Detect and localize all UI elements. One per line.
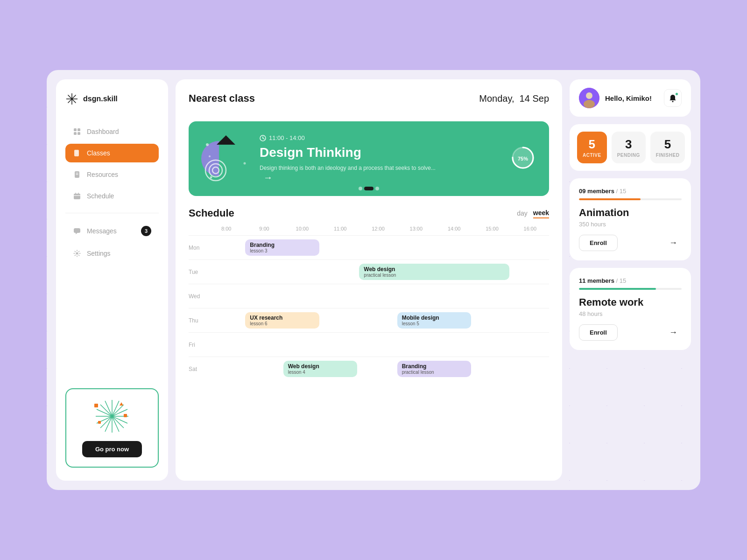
sidebar-item-settings[interactable]: Settings <box>65 244 159 263</box>
animation-enroll-button[interactable]: Enroll <box>579 235 618 251</box>
day-thu: Thu <box>189 317 207 324</box>
event-mobile-thu[interactable]: Mobile design lesson 5 <box>397 312 472 329</box>
course-card-animation: 09 members / 15 Animation 350 hours Enro… <box>570 178 691 260</box>
svg-marker-43 <box>217 135 235 145</box>
animation-arrow-icon[interactable]: → <box>665 234 682 251</box>
user-info: Hello, Kimiko! <box>579 88 652 108</box>
class-arrow-icon[interactable]: → <box>263 172 273 182</box>
event-branding-mon[interactable]: Branding lesson 3 <box>245 239 319 256</box>
nearest-class-title: Nearest class <box>189 92 255 105</box>
progress-label: 75% <box>510 145 536 173</box>
svg-point-45 <box>244 162 246 165</box>
week-view-btn[interactable]: week <box>533 208 549 218</box>
event-webdesign-tue[interactable]: Web design practical lesson <box>359 264 509 280</box>
svg-point-46 <box>209 155 211 157</box>
stat-finished-num: 5 <box>664 137 671 152</box>
svg-point-44 <box>206 143 209 146</box>
row-mon: Mon Branding lesson 3 <box>189 235 549 259</box>
time-11: 11:00 <box>321 226 359 231</box>
logo-icon <box>65 92 78 105</box>
animation-progress-fill <box>579 198 641 200</box>
sidebar-item-classes[interactable]: Classes <box>65 144 159 162</box>
clock-icon <box>260 135 266 141</box>
dot-1 <box>359 187 362 190</box>
class-card-art <box>198 128 249 189</box>
class-time: 11:00 - 14:00 <box>260 134 534 141</box>
svg-rect-23 <box>74 228 80 233</box>
progress-circle: 75% <box>510 145 536 173</box>
stats-row: 5 ACTIVE 3 PENDING 5 FINISHED <box>570 124 691 171</box>
event-ux-thu[interactable]: UX research lesson 6 <box>245 312 319 329</box>
class-time-label: 11:00 - 14:00 <box>269 134 305 141</box>
svg-line-8 <box>68 99 72 103</box>
stat-finished: 5 FINISHED <box>650 132 685 163</box>
chat-icon <box>73 227 81 235</box>
time-12: 12:00 <box>359 226 397 231</box>
class-description: Design thinking is both an ideology and … <box>260 164 534 172</box>
time-10: 10:00 <box>283 226 321 231</box>
remote-course-name: Remote work <box>579 296 682 308</box>
svg-rect-10 <box>78 128 80 131</box>
event-mobile-name: Mobile design <box>402 315 467 321</box>
svg-marker-37 <box>120 402 123 406</box>
secondary-nav: Messages 3 Settings <box>65 221 159 263</box>
stat-pending-label: PENDING <box>617 153 640 158</box>
remote-arrow-icon[interactable]: → <box>665 324 682 341</box>
dot-2 <box>364 187 374 190</box>
day-wed: Wed <box>189 293 207 300</box>
schedule-grid: Mon Branding lesson 3 Tue Web design <box>189 235 549 381</box>
day-sat: Sat <box>189 366 207 372</box>
sidebar: dsgn.skill Dashboard <box>56 79 168 481</box>
svg-point-54 <box>586 92 592 99</box>
svg-point-55 <box>584 100 595 108</box>
view-toggle: day week <box>517 208 549 218</box>
sidebar-item-messages[interactable]: Messages 3 <box>65 221 159 241</box>
animation-hours: 350 hours <box>579 221 682 228</box>
go-pro-button[interactable]: Go pro now <box>82 441 142 457</box>
day-fri: Fri <box>189 342 207 348</box>
event-branding-sub: lesson 3 <box>250 248 315 253</box>
sidebar-item-dashboard-label: Dashboard <box>87 128 119 135</box>
event-branding-sat[interactable]: Branding practical lesson <box>397 361 472 377</box>
avatar <box>579 88 599 108</box>
class-date: Monday, 14 Sep <box>479 93 549 104</box>
sidebar-item-resources-label: Resources <box>87 171 118 178</box>
sat-cells: Web design lesson 4 Branding practical l… <box>207 357 549 381</box>
nav-divider <box>65 213 159 213</box>
remote-enroll-button[interactable]: Enroll <box>579 324 618 341</box>
calendar-icon <box>73 192 81 200</box>
event-webdesign2-sub: lesson 4 <box>288 370 353 375</box>
svg-line-50 <box>263 138 264 139</box>
event-branding2-name: Branding <box>402 363 467 370</box>
event-webdesign-sat[interactable]: Web design lesson 4 <box>283 361 358 377</box>
remote-hours: 48 hours <box>579 310 682 317</box>
stat-pending: 3 PENDING <box>612 132 646 163</box>
svg-marker-24 <box>76 233 78 234</box>
event-mobile-sub: lesson 5 <box>402 321 467 326</box>
day-view-btn[interactable]: day <box>517 209 528 218</box>
day-mon: Mon <box>189 245 207 251</box>
notification-button[interactable] <box>664 89 682 107</box>
animation-members: 09 members / 15 <box>579 188 682 195</box>
user-header: Hello, Kimiko! <box>570 79 691 117</box>
row-wed: Wed <box>189 284 549 308</box>
sidebar-item-dashboard[interactable]: Dashboard <box>65 122 159 141</box>
right-panel: Hello, Kimiko! 5 ACTIVE 3 PENDING 5 <box>570 79 691 481</box>
schedule-section: Schedule day week 8:00 9:00 10:00 11:00 … <box>189 207 549 381</box>
notification-dot <box>675 92 678 96</box>
time-15: 15:00 <box>473 226 511 231</box>
event-ux-sub: lesson 6 <box>250 321 315 326</box>
svg-point-56 <box>672 101 674 102</box>
remote-footer: Enroll → <box>579 324 682 341</box>
main-content: Nearest class Monday, 14 Sep <box>176 79 562 481</box>
time-header: 8:00 9:00 10:00 11:00 12:00 13:00 14:00 … <box>189 226 549 231</box>
animation-course-name: Animation <box>579 207 682 219</box>
sidebar-item-schedule-label: Schedule <box>87 192 114 200</box>
svg-line-6 <box>72 99 76 103</box>
svg-rect-11 <box>74 132 77 135</box>
book-icon <box>73 149 81 157</box>
logo-text: dsgn.skill <box>83 95 118 103</box>
sidebar-item-schedule[interactable]: Schedule <box>65 187 159 205</box>
sidebar-item-resources[interactable]: Resources <box>65 165 159 184</box>
class-card[interactable]: 11:00 - 14:00 Design Thinking Design thi… <box>189 121 549 196</box>
